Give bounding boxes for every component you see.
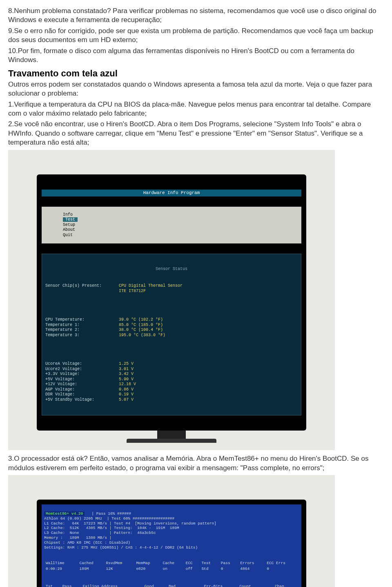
- memtest-cpu: Athlon 64 (0.09) 2205 MHz | Test 60% ###…: [44, 516, 174, 521]
- table-cell: on: [161, 566, 184, 572]
- sensor-value: 39.0 °C (102.2 °F): [119, 317, 163, 323]
- sensor-value: 195.0 °C (383.0 °F): [119, 333, 165, 338]
- section-heading: Travamento com tela azul: [8, 67, 384, 79]
- sensor-label: Temperature 1:: [45, 323, 119, 328]
- memtest-mem: Memory : 189M 1380 MB/s |: [44, 536, 111, 540]
- monitor-base: [127, 439, 216, 443]
- sensor-label: Temperature 2:: [45, 328, 119, 333]
- screenshot-hwinfo: Hardware Info Program Info Test Setup Ab…: [8, 150, 335, 451]
- table-cell: e820: [134, 566, 161, 572]
- monitor-frame: Memtest86+ v4.20 | Pass 16% ###### Athlo…: [37, 500, 306, 587]
- sensor-label: +3.3V Voltage:: [45, 372, 119, 377]
- sensor-label: AGP Voltage:: [45, 387, 119, 393]
- menu-about: About: [63, 228, 75, 232]
- body-paragraph: 2.Se você não encontrar, use o Hiren's B…: [8, 120, 384, 147]
- hwinfo-menubar: Info Test Setup About Quit: [42, 207, 301, 243]
- table-cell: 0: [219, 566, 238, 572]
- sensor-row: DDR Voltage:0.19 V: [45, 392, 298, 397]
- table-header: Cached: [78, 560, 105, 566]
- sensor-value: 0.19 V: [119, 392, 134, 397]
- memtest-summary-table: WallTimeCachedRsvdMemMemMapCacheECCTestP…: [44, 560, 299, 572]
- sensor-label: +5V Standby Voltage:: [45, 397, 119, 403]
- sensor-row: +12V Voltage:12.16 V: [45, 382, 298, 387]
- sensor-value: 85.0 °C (185.0 °F): [119, 323, 163, 328]
- table-header: Count: [238, 584, 273, 587]
- sensor-row: AGP Voltage:0.86 V: [45, 387, 298, 393]
- sensor-row: CPU Temperature:39.0 °C (102.2 °F): [45, 317, 298, 323]
- hwinfo-subtitle: Sensor Status: [45, 267, 298, 272]
- memtest-l3: L3 Cache: None | Pattern: 46a3cb5c: [44, 531, 156, 535]
- table-cell: 12K: [105, 566, 135, 572]
- sensor-value: 3.42 V: [119, 372, 134, 377]
- sensor-row: UcoreA Voltage:1.25 V: [45, 362, 298, 367]
- sensor-label: +12V Voltage:: [45, 382, 119, 387]
- memtest-pass: | Pass 16% ######: [91, 511, 131, 516]
- table-cell: 0:00:29: [44, 566, 78, 572]
- table-cell: 4864: [238, 566, 265, 572]
- table-header: ECC Errs: [265, 560, 299, 566]
- table-cell: 0: [265, 566, 299, 572]
- sensor-value: 12.16 V: [119, 382, 136, 387]
- sensor-row: Ucore2 Voltage:3.01 V: [45, 367, 298, 372]
- sensor-row: +3.3V Voltage:3.42 V: [45, 372, 298, 377]
- table-header: Test: [200, 560, 219, 566]
- table-header: Pass: [61, 584, 81, 587]
- memtest-screen: Memtest86+ v4.20 | Pass 16% ###### Athlo…: [42, 504, 301, 587]
- memtest-title: Memtest86+ v4.20: [44, 511, 85, 516]
- body-paragraph: 3.O processador está ok? Então, vamos an…: [8, 454, 384, 473]
- table-header: Chan: [273, 584, 294, 587]
- sensor-label: UcoreA Voltage:: [45, 362, 119, 367]
- table-header: RsvdMem: [105, 560, 135, 566]
- sensor-row: Temperature 2:38.0 °C (100.4 °F): [45, 328, 298, 333]
- monitor-frame: Hardware Info Program Info Test Setup Ab…: [37, 174, 306, 431]
- table-cell: 189M: [78, 566, 105, 572]
- table-header: MemMap: [134, 560, 161, 566]
- sensor-value: 0.86 V: [119, 387, 134, 393]
- sensor-label: CPU Temperature:: [45, 317, 119, 323]
- table-header: Errors: [238, 560, 265, 566]
- sensor-chip-label: Sensor Chip(s) Present:: [45, 283, 119, 294]
- table-cell: Std: [200, 566, 219, 572]
- body-paragraph: 10.Por fim, formate o disco com alguma d…: [8, 47, 384, 65]
- memtest-chipset: Chipset : AMD K8 IMC (ECC : Disabled): [44, 540, 130, 545]
- sensor-chip-value: CPU Digital Thermal Sensor ITE IT8712F: [119, 283, 183, 294]
- menu-test: Test: [63, 217, 78, 222]
- memtest-settings: Settings: RAM : 275 MHz (DDR551) / CAS :…: [44, 545, 198, 550]
- sensor-value: 38.0 °C (100.4 °F): [119, 328, 163, 333]
- body-paragraph: 1.Verifique a temperatura da CPU na BIOS…: [8, 100, 384, 118]
- sensor-label: Ucore2 Voltage:: [45, 367, 119, 372]
- table-header: WallTime: [44, 560, 78, 566]
- memtest-errors-table: TstPassFailing AddressGoodBadErr-BitsCou…: [44, 584, 299, 587]
- sensor-value: 5.90 V: [119, 377, 134, 382]
- table-header: Tst: [44, 584, 61, 587]
- sensor-row: Temperature 3:195.0 °C (383.0 °F): [45, 333, 298, 338]
- table-cell: off: [184, 566, 200, 572]
- screenshot-memtest: Memtest86+ v4.20 | Pass 16% ###### Athlo…: [8, 475, 335, 587]
- sensor-label: DDR Voltage:: [45, 392, 119, 397]
- memtest-l2: L2 Cache: 512K 4305 MB/s | Testing: 104K…: [44, 526, 179, 530]
- sensor-value: 5.07 V: [119, 397, 134, 403]
- sensor-row: +5V Voltage:5.90 V: [45, 377, 298, 382]
- sensor-label: Temperature 3:: [45, 333, 119, 338]
- table-header: Failing Address: [81, 584, 143, 587]
- table-header: Err-Bits: [203, 584, 238, 587]
- sensor-value: 3.01 V: [119, 367, 134, 372]
- sensor-label: +5V Voltage:: [45, 377, 119, 382]
- table-header: Cache: [161, 560, 184, 566]
- body-paragraph: 9.Se o erro não for corrigido, pode ser …: [8, 27, 384, 45]
- table-header: ECC: [184, 560, 200, 566]
- monitor-stand: [157, 431, 186, 439]
- hwinfo-screen: Hardware Info Program Info Test Setup Ab…: [42, 179, 301, 426]
- menu-quit: Quit: [63, 233, 73, 237]
- sensor-row: +5V Standby Voltage:5.07 V: [45, 397, 298, 403]
- menu-setup: Setup: [63, 223, 75, 227]
- sensor-row: Temperature 1:85.0 °C (185.0 °F): [45, 323, 298, 328]
- table-header: Good: [143, 584, 167, 587]
- body-paragraph: Outros erros podem ser constatados quand…: [8, 80, 384, 98]
- body-paragraph: 8.Nenhum problema constatado? Para verif…: [8, 7, 384, 25]
- hwinfo-title: Hardware Info Program: [42, 190, 301, 197]
- table-header: Bad: [167, 584, 203, 587]
- sensor-value: 1.25 V: [119, 362, 134, 367]
- memtest-l1: L1 Cache: 64K 17223 MB/s | Test #4 [Movi…: [44, 521, 216, 526]
- menu-info: Info: [63, 212, 73, 217]
